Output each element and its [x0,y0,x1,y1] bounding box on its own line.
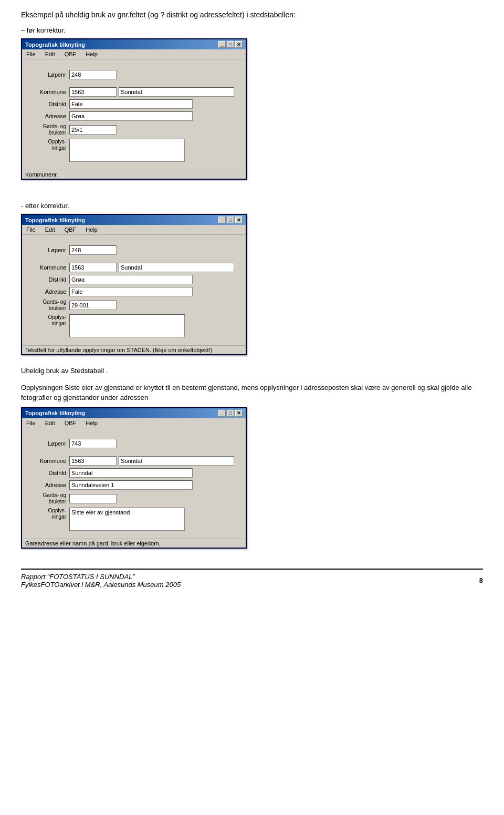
minimize-button[interactable]: _ [218,41,226,48]
titlebar-buttons: _ □ ✕ [218,41,243,48]
dialog-after-menubar: File Edit QBF Help [22,225,246,235]
menu-file[interactable]: File [24,50,38,58]
close-button[interactable]: ✕ [235,41,243,48]
dialog-after-title: Topografisk tilknyting [25,217,85,223]
kommune-code-input-2[interactable] [69,263,117,272]
adresse-input-3[interactable] [69,480,193,490]
gards-row-3: Gards- ogbruksnr [29,492,238,505]
maximize-button-2[interactable]: □ [227,216,234,223]
adresse-input-2[interactable] [69,287,193,296]
distrikt-label-2: Distrikt [29,276,66,283]
kommune-row-2: Kommune [29,263,238,272]
distrikt-row-3: Distrikt [29,468,238,478]
menu-edit[interactable]: Edit [43,50,57,58]
lopnr-input-2[interactable] [69,245,117,255]
kommune-row: Kommune [29,87,238,97]
distrikt-input[interactable] [69,99,193,109]
dialog-before-menubar: File Edit QBF Help [22,49,246,59]
menu-edit-3[interactable]: Edit [43,419,57,427]
gards-row: Gards- ogbruksnr [29,123,238,136]
minimize-button-2[interactable]: _ [218,216,226,223]
opplys-label-2: Opplys-ningar [29,314,66,327]
kommune-label: Kommune [29,89,66,95]
menu-file-2[interactable]: File [24,226,38,233]
lopnr-row-2: Løpenr [29,245,238,255]
dialog-third-title: Topografisk tilknyting [25,410,85,416]
dialog-third: Topografisk tilknyting _ □ ✕ File Edit Q… [21,407,247,549]
lopnr-input[interactable] [69,70,117,79]
adresse-label-2: Adresse [29,288,66,295]
opplys-label: Opplys-ningar [29,139,66,151]
dialog-third-titlebar: Topografisk tilknyting _ □ ✕ [22,408,246,418]
footer-page-number: 8 [479,576,483,584]
dialog-after-titlebar: Topografisk tilknyting _ □ ✕ [22,215,246,225]
page-content: Eksempel på uheldig bruk av gnr.feltet (… [21,11,483,589]
distrikt-input-2[interactable] [69,275,193,284]
kommune-group-2 [69,263,234,272]
gards-label-3: Gards- ogbruksnr [29,492,66,505]
opplys-textarea[interactable] [69,139,185,162]
opplys-row-3: Opplys-ningar Siste eier av gjenstand [29,508,238,531]
dialog-before: Topografisk tilknyting _ □ ✕ File Edit Q… [21,38,247,180]
dialog-after: Topografisk tilknyting _ □ ✕ File Edit Q… [21,214,247,355]
distrikt-row: Distrikt [29,99,238,109]
opplys-row: Opplys-ningar [29,139,238,162]
kommune-name-input-2[interactable] [119,263,234,272]
menu-file-3[interactable]: File [24,419,38,427]
close-button-3[interactable]: ✕ [235,410,243,417]
dialog-third-statusbar: Gateadresse eller namn på gard, bruk ell… [22,539,246,548]
kommune-label-2: Kommune [29,264,66,271]
lopnr-input-3[interactable] [69,439,117,448]
titlebar-buttons-2: _ □ ✕ [218,216,243,223]
dialog-third-body: Løpenr Kommune Distrikt Adresse [22,428,246,537]
kommune-group [69,87,234,97]
distrikt-input-3[interactable] [69,468,193,478]
menu-help-3[interactable]: Help [83,419,100,427]
intro-text: Eksempel på uheldig bruk av gnr.feltet (… [21,11,483,19]
lopnr-row: Løpenr [29,70,238,79]
gards-label: Gards- ogbruksnr [29,123,66,136]
kommune-code-input-3[interactable] [69,456,117,466]
kommune-code-input[interactable] [69,87,117,97]
menu-help-2[interactable]: Help [83,226,100,233]
dialog-third-menubar: File Edit QBF Help [22,418,246,428]
close-button-2[interactable]: ✕ [235,216,243,223]
label-before: – før korrektur. [21,26,483,34]
distrikt-row-2: Distrikt [29,275,238,284]
lopnr-label-3: Løpenr [29,440,66,447]
kommune-name-input[interactable] [119,87,234,97]
footer-report-title: Rapport “FOTOSTATUS I SUNNDAL” [21,573,135,581]
gards-input-3[interactable] [69,494,117,503]
opplys-row-2: Opplys-ningar [29,314,238,337]
adresse-row-2: Adresse [29,287,238,296]
menu-help[interactable]: Help [83,50,100,58]
gards-row-2: Gards- ogbruksnr [29,299,238,312]
kommune-row-3: Kommune [29,456,238,466]
lopnr-label-2: Løpenr [29,247,66,253]
menu-edit-2[interactable]: Edit [43,226,57,233]
menu-qbf-3[interactable]: QBF [62,419,79,427]
dialog-before-title: Topografisk tilknyting [25,42,85,48]
kommune-label-3: Kommune [29,458,66,464]
maximize-button[interactable]: □ [227,41,234,48]
menu-qbf[interactable]: QBF [62,50,79,58]
label-after: - etter korrektur. [21,202,483,210]
dialog-after-body: Løpenr Kommune Distrikt Adresse [22,235,246,343]
adresse-row-3: Adresse [29,480,238,490]
titlebar-buttons-3: _ □ ✕ [218,410,243,417]
gards-input-2[interactable] [69,301,117,310]
opplys-textarea-2[interactable] [69,314,185,337]
distrikt-label-3: Distrikt [29,470,66,476]
minimize-button-3[interactable]: _ [218,410,226,417]
kommune-name-input-3[interactable] [119,456,234,466]
footer-bar: Rapport “FOTOSTATUS I SUNNDAL” FylkesFOT… [21,569,483,589]
adresse-input[interactable] [69,111,193,121]
adresse-label-3: Adresse [29,482,66,488]
opplys-textarea-3[interactable]: Siste eier av gjenstand [69,508,185,531]
gards-input[interactable] [69,125,117,135]
maximize-button-3[interactable]: □ [227,410,234,417]
dialog-before-titlebar: Topografisk tilknyting _ □ ✕ [22,39,246,49]
adresse-label: Adresse [29,113,66,119]
kommune-group-3 [69,456,234,466]
menu-qbf-2[interactable]: QBF [62,226,79,233]
